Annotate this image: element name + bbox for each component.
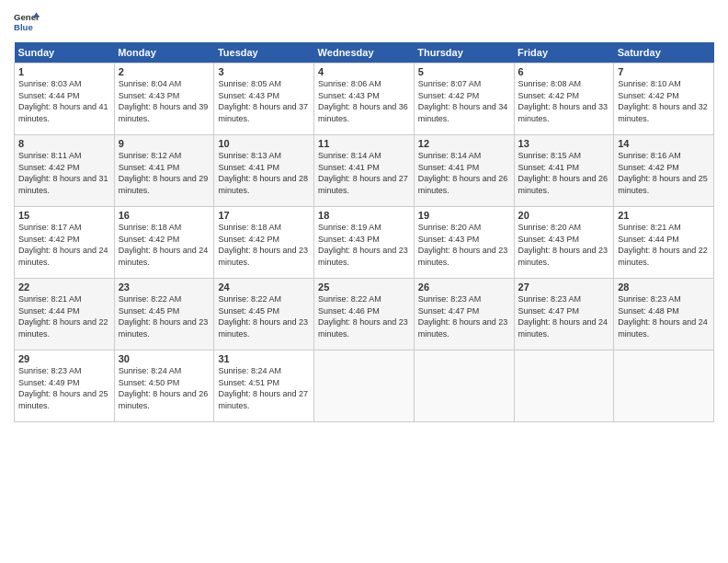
day-number: 14 [618, 138, 710, 149]
weekday-friday: Friday [514, 42, 614, 63]
day-info: Sunrise: 8:24 AMSunset: 4:51 PMDaylight:… [218, 365, 310, 411]
day-number: 12 [418, 138, 510, 149]
calendar-cell: 17Sunrise: 8:18 AMSunset: 4:42 PMDayligh… [214, 207, 314, 279]
calendar-cell: 7Sunrise: 8:10 AMSunset: 4:42 PMDaylight… [614, 63, 714, 135]
day-info: Sunrise: 8:20 AMSunset: 4:43 PMDaylight:… [418, 222, 510, 268]
day-info: Sunrise: 8:22 AMSunset: 4:45 PMDaylight:… [119, 293, 210, 339]
calendar-cell: 15Sunrise: 8:17 AMSunset: 4:42 PMDayligh… [15, 207, 115, 279]
day-number: 17 [218, 210, 310, 221]
calendar-cell: 21Sunrise: 8:21 AMSunset: 4:44 PMDayligh… [614, 207, 714, 279]
day-number: 21 [618, 210, 710, 221]
day-number: 19 [418, 210, 510, 221]
day-info: Sunrise: 8:16 AMSunset: 4:42 PMDaylight:… [618, 150, 710, 196]
weekday-saturday: Saturday [614, 42, 714, 63]
day-info: Sunrise: 8:24 AMSunset: 4:50 PMDaylight:… [119, 365, 210, 411]
calendar-cell [414, 350, 514, 422]
weekday-header-row: SundayMondayTuesdayWednesdayThursdayFrid… [15, 42, 714, 63]
calendar-cell: 13Sunrise: 8:15 AMSunset: 4:41 PMDayligh… [514, 135, 614, 207]
svg-text:Blue: Blue [14, 22, 33, 32]
calendar-cell: 28Sunrise: 8:23 AMSunset: 4:48 PMDayligh… [614, 279, 714, 350]
calendar-cell: 9Sunrise: 8:12 AMSunset: 4:41 PMDaylight… [114, 135, 214, 207]
calendar-cell: 16Sunrise: 8:18 AMSunset: 4:42 PMDayligh… [114, 207, 214, 279]
day-info: Sunrise: 8:22 AMSunset: 4:45 PMDaylight:… [218, 293, 310, 339]
calendar-cell: 5Sunrise: 8:07 AMSunset: 4:42 PMDaylight… [414, 63, 514, 135]
day-number: 18 [318, 210, 410, 221]
day-info: Sunrise: 8:03 AMSunset: 4:44 PMDaylight:… [18, 78, 110, 124]
day-number: 7 [618, 66, 710, 77]
day-info: Sunrise: 8:10 AMSunset: 4:42 PMDaylight:… [618, 78, 710, 124]
logo: General Blue [14, 9, 40, 35]
day-info: Sunrise: 8:05 AMSunset: 4:43 PMDaylight:… [218, 78, 310, 124]
day-number: 23 [119, 282, 210, 293]
calendar-cell: 3Sunrise: 8:05 AMSunset: 4:43 PMDaylight… [214, 63, 314, 135]
calendar-cell: 27Sunrise: 8:23 AMSunset: 4:47 PMDayligh… [514, 279, 614, 350]
calendar-cell: 20Sunrise: 8:20 AMSunset: 4:43 PMDayligh… [514, 207, 614, 279]
day-number: 25 [318, 282, 410, 293]
day-info: Sunrise: 8:23 AMSunset: 4:49 PMDaylight:… [18, 365, 110, 411]
day-info: Sunrise: 8:04 AMSunset: 4:43 PMDaylight:… [119, 78, 210, 124]
day-info: Sunrise: 8:21 AMSunset: 4:44 PMDaylight:… [18, 293, 110, 339]
calendar-cell: 23Sunrise: 8:22 AMSunset: 4:45 PMDayligh… [114, 279, 214, 350]
day-number: 1 [18, 66, 110, 77]
day-number: 20 [518, 210, 610, 221]
calendar-cell: 26Sunrise: 8:23 AMSunset: 4:47 PMDayligh… [414, 279, 514, 350]
calendar-cell: 2Sunrise: 8:04 AMSunset: 4:43 PMDaylight… [114, 63, 214, 135]
day-info: Sunrise: 8:11 AMSunset: 4:42 PMDaylight:… [18, 150, 110, 196]
day-info: Sunrise: 8:08 AMSunset: 4:42 PMDaylight:… [518, 78, 610, 124]
day-info: Sunrise: 8:12 AMSunset: 4:41 PMDaylight:… [119, 150, 210, 196]
day-info: Sunrise: 8:23 AMSunset: 4:47 PMDaylight:… [418, 293, 510, 339]
calendar-table: SundayMondayTuesdayWednesdayThursdayFrid… [14, 42, 714, 422]
day-info: Sunrise: 8:23 AMSunset: 4:48 PMDaylight:… [618, 293, 710, 339]
calendar-cell: 29Sunrise: 8:23 AMSunset: 4:49 PMDayligh… [15, 350, 115, 422]
day-info: Sunrise: 8:20 AMSunset: 4:43 PMDaylight:… [518, 222, 610, 268]
day-info: Sunrise: 8:23 AMSunset: 4:47 PMDaylight:… [518, 293, 610, 339]
day-number: 13 [518, 138, 610, 149]
calendar-week-4: 22Sunrise: 8:21 AMSunset: 4:44 PMDayligh… [15, 279, 714, 350]
day-number: 24 [218, 282, 310, 293]
day-number: 8 [18, 138, 110, 149]
day-number: 3 [218, 66, 310, 77]
day-number: 29 [18, 353, 110, 364]
calendar-cell: 8Sunrise: 8:11 AMSunset: 4:42 PMDaylight… [15, 135, 115, 207]
day-info: Sunrise: 8:21 AMSunset: 4:44 PMDaylight:… [618, 222, 710, 268]
day-number: 15 [18, 210, 110, 221]
day-number: 6 [518, 66, 610, 77]
day-info: Sunrise: 8:14 AMSunset: 4:41 PMDaylight:… [318, 150, 410, 196]
day-info: Sunrise: 8:14 AMSunset: 4:41 PMDaylight:… [418, 150, 510, 196]
day-info: Sunrise: 8:15 AMSunset: 4:41 PMDaylight:… [518, 150, 610, 196]
day-info: Sunrise: 8:13 AMSunset: 4:41 PMDaylight:… [218, 150, 310, 196]
weekday-tuesday: Tuesday [214, 42, 314, 63]
calendar-cell: 19Sunrise: 8:20 AMSunset: 4:43 PMDayligh… [414, 207, 514, 279]
day-number: 11 [318, 138, 410, 149]
calendar-cell: 4Sunrise: 8:06 AMSunset: 4:43 PMDaylight… [314, 63, 415, 135]
day-info: Sunrise: 8:07 AMSunset: 4:42 PMDaylight:… [418, 78, 510, 124]
calendar-cell: 10Sunrise: 8:13 AMSunset: 4:41 PMDayligh… [214, 135, 314, 207]
calendar-cell: 14Sunrise: 8:16 AMSunset: 4:42 PMDayligh… [614, 135, 714, 207]
day-number: 10 [218, 138, 310, 149]
weekday-thursday: Thursday [414, 42, 514, 63]
calendar-cell: 31Sunrise: 8:24 AMSunset: 4:51 PMDayligh… [214, 350, 314, 422]
day-info: Sunrise: 8:19 AMSunset: 4:43 PMDaylight:… [318, 222, 410, 268]
day-info: Sunrise: 8:18 AMSunset: 4:42 PMDaylight:… [218, 222, 310, 268]
calendar-cell [614, 350, 714, 422]
calendar-cell: 11Sunrise: 8:14 AMSunset: 4:41 PMDayligh… [314, 135, 415, 207]
calendar-cell: 1Sunrise: 8:03 AMSunset: 4:44 PMDaylight… [15, 63, 115, 135]
page: General Blue SundayMondayTuesdayWednesda… [0, 0, 728, 563]
calendar-cell: 12Sunrise: 8:14 AMSunset: 4:41 PMDayligh… [414, 135, 514, 207]
day-number: 26 [418, 282, 510, 293]
day-info: Sunrise: 8:06 AMSunset: 4:43 PMDaylight:… [318, 78, 410, 124]
day-number: 31 [218, 353, 310, 364]
day-number: 9 [119, 138, 210, 149]
weekday-wednesday: Wednesday [314, 42, 415, 63]
calendar-cell [514, 350, 614, 422]
calendar-cell: 25Sunrise: 8:22 AMSunset: 4:46 PMDayligh… [314, 279, 415, 350]
day-info: Sunrise: 8:17 AMSunset: 4:42 PMDaylight:… [18, 222, 110, 268]
calendar-week-3: 15Sunrise: 8:17 AMSunset: 4:42 PMDayligh… [15, 207, 714, 279]
day-number: 16 [119, 210, 210, 221]
day-number: 5 [418, 66, 510, 77]
weekday-monday: Monday [114, 42, 214, 63]
calendar-cell: 6Sunrise: 8:08 AMSunset: 4:42 PMDaylight… [514, 63, 614, 135]
calendar-week-1: 1Sunrise: 8:03 AMSunset: 4:44 PMDaylight… [15, 63, 714, 135]
day-number: 27 [518, 282, 610, 293]
calendar-cell: 18Sunrise: 8:19 AMSunset: 4:43 PMDayligh… [314, 207, 415, 279]
